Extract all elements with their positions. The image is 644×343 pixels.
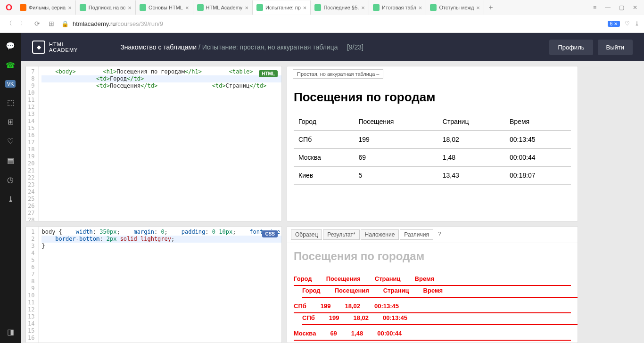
breadcrumb-main[interactable]: Знакомство с таблицами [120, 43, 197, 51]
table-row: Киев513,4300:18:07 [294, 166, 571, 184]
downloads-icon[interactable]: ⤓ [8, 195, 14, 204]
browser-tab[interactable]: HTML Academy× [193, 0, 253, 15]
diff-heading: Посещения по городам [294, 250, 571, 263]
html-editor-panel: HTML 78910111213141516171819202122232425… [25, 66, 282, 221]
browser-tab[interactable]: Последние §5.× [311, 0, 369, 15]
tab-close-icon[interactable]: × [245, 4, 248, 11]
logo[interactable]: ◆ HTMLACADEMY [32, 41, 78, 54]
diff-tabs: ОбразецРезультат*НаложениеРазличия? [287, 227, 578, 243]
help-icon[interactable]: ? [434, 229, 445, 240]
tab-label: Испытание: пр [265, 5, 301, 10]
tab-close-icon[interactable]: × [128, 4, 132, 11]
browser-tab[interactable]: Подписка на вс× [76, 0, 136, 15]
tab-close-icon[interactable]: × [303, 4, 307, 11]
diff-tab[interactable]: Различия [400, 229, 433, 240]
preview-tab-label[interactable]: Простая, но аккуратная таблица – [293, 69, 383, 79]
minimize-icon[interactable]: — [605, 4, 611, 11]
table-cell: 00:00:44 [505, 148, 571, 166]
table-cell: 1,48 [438, 148, 505, 166]
heart-icon[interactable]: ♡ [625, 20, 630, 27]
profile-button[interactable]: Профиль [549, 40, 593, 55]
url-input[interactable]: 🔒 htmlacademy.ru/courses/39/run/9 [61, 20, 602, 27]
table-cell: 69 [354, 148, 438, 166]
preview-heading: Посещения по городам [294, 90, 571, 105]
history-icon[interactable]: ◷ [7, 175, 14, 184]
browser-tab[interactable]: Испытание: пр× [253, 0, 311, 15]
tab-close-icon[interactable]: × [68, 4, 72, 11]
sidebar-toggle-icon[interactable]: ◨ [7, 327, 14, 336]
breadcrumb-sub: Испытание: простая, но аккуратная таблиц… [202, 43, 338, 51]
table-cell: СПб [294, 131, 354, 148]
diff-tab[interactable]: Образец [291, 229, 322, 240]
css-editor[interactable]: 12345678910111213141516 body { width: 35… [26, 227, 281, 343]
table-cell: Город [294, 113, 354, 131]
table-cell: 5 [354, 166, 438, 184]
preview-panel: Простая, но аккуратная таблица – Посещен… [287, 66, 578, 221]
heart-sidebar-icon[interactable]: ♡ [7, 137, 14, 146]
news-icon[interactable]: ▤ [7, 156, 14, 165]
tabs-overview-icon[interactable]: ≡ [593, 4, 596, 11]
tab-close-icon[interactable]: × [476, 4, 480, 11]
tab-label: Последние §5. [323, 5, 359, 10]
table-cell: Москва [294, 148, 354, 166]
back-button[interactable]: 〈 [5, 19, 13, 28]
table-row: Москва691,4800:00:44 [294, 148, 571, 166]
favicon-icon [80, 4, 86, 11]
tab-label: Подписка на вс [89, 5, 126, 10]
blocker-badge[interactable]: 6 ✕ [608, 21, 620, 27]
messenger-icon[interactable]: 💬 [6, 41, 15, 50]
whatsapp-icon[interactable]: ☎ [6, 61, 15, 70]
browser-tab[interactable]: Фильмы, сериа× [16, 0, 76, 15]
favicon-icon [373, 4, 380, 11]
favicon-icon [20, 4, 26, 11]
css-editor-panel: CSS 12345678910111213141516 body { width… [25, 226, 282, 343]
browser-tab[interactable]: Основы HTML× [136, 0, 193, 15]
speed-dial-icon[interactable]: ⊞ [47, 20, 56, 27]
table-cell: Киев [294, 166, 354, 184]
address-bar: 〈 〉 ⟳ ⊞ 🔒 htmlacademy.ru/courses/39/run/… [0, 15, 644, 32]
favicon-icon [140, 4, 146, 11]
progress-counter: [9/23] [347, 43, 363, 51]
diff-panel: ОбразецРезультат*НаложениеРазличия? Посе… [287, 226, 578, 343]
vk-icon[interactable]: VK [5, 80, 16, 88]
table-cell: 18,02 [438, 131, 505, 148]
tab-close-icon[interactable]: × [361, 4, 365, 11]
app-main: ◆ HTMLACADEMY Знакомство с таблицами / И… [21, 33, 644, 343]
diff-tab[interactable]: Наложение [361, 229, 399, 240]
logo-mark-icon: ◆ [32, 41, 45, 54]
html-badge: HTML [259, 70, 278, 77]
table-row: СПб19918,0200:13:45 [294, 131, 571, 148]
browser-tab[interactable]: Отступы межд× [426, 0, 484, 15]
table-cell: Время [505, 113, 571, 131]
opera-menu-icon[interactable]: O [2, 0, 16, 15]
table-cell: 00:13:45 [505, 131, 571, 148]
speed-dial-sidebar-icon[interactable]: ⊞ [8, 117, 14, 126]
lock-icon: 🔒 [61, 20, 69, 27]
tab-label: Отступы межд [439, 5, 474, 10]
favicon-icon [430, 4, 437, 11]
new-tab-button[interactable]: + [484, 3, 497, 12]
breadcrumb: Знакомство с таблицами / Испытание: прос… [120, 43, 363, 51]
tab-label: Основы HTML [149, 5, 183, 10]
close-window-icon[interactable]: ✕ [633, 4, 637, 11]
tab-close-icon[interactable]: × [419, 4, 422, 11]
html-editor[interactable]: 7891011121314151617181920212223242526272… [26, 66, 281, 221]
tab-label: Итоговая табл [382, 5, 416, 10]
download-icon[interactable]: ⤓ [635, 20, 639, 27]
table-cell: 00:18:07 [505, 166, 571, 184]
diff-row: ГородПосещенияСтраницВремя [302, 284, 578, 298]
snapshot-icon[interactable]: ⬚ [7, 98, 14, 107]
maximize-icon[interactable]: ▢ [619, 4, 624, 11]
favicon-icon [314, 4, 321, 11]
tab-bar: O Фильмы, сериа×Подписка на вс×Основы HT… [0, 0, 644, 15]
tab-close-icon[interactable]: × [185, 4, 189, 11]
preview-table: ГородПосещенияСтраницВремяСПб19918,0200:… [294, 113, 571, 185]
forward-button[interactable]: 〉 [19, 19, 27, 28]
browser-tab[interactable]: Итоговая табл× [369, 0, 427, 15]
browser-chrome: O Фильмы, сериа×Подписка на вс×Основы HT… [0, 0, 644, 33]
logout-button[interactable]: Выйти [598, 40, 633, 55]
table-row: ГородПосещенияСтраницВремя [294, 113, 571, 131]
diff-tab[interactable]: Результат* [323, 229, 359, 240]
reload-button[interactable]: ⟳ [33, 20, 41, 27]
table-cell: Страниц [438, 113, 505, 131]
